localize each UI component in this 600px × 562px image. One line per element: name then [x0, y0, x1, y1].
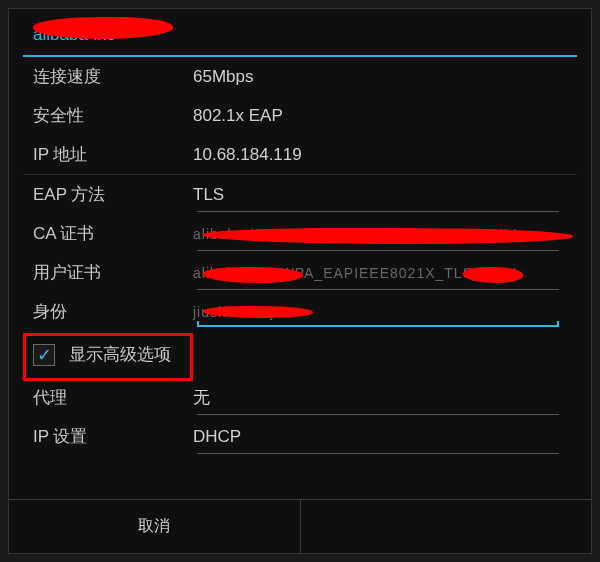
ip-label: IP 地址: [23, 143, 183, 166]
link-speed-row: 连接速度 65Mbps: [23, 57, 577, 96]
ip-value: 10.68.184.119: [183, 145, 577, 165]
dialog-title-area: alibaba-inc: [9, 9, 591, 55]
eap-method-value: TLS: [183, 185, 577, 205]
show-advanced-checkbox[interactable]: ✓: [33, 344, 55, 366]
user-cert-row[interactable]: 用户证书 alibaba-inc_WPA_EAPIEEE8021X_TLS_NU…: [23, 253, 577, 292]
ip-row: IP 地址 10.68.184.119: [23, 135, 577, 174]
eap-method-row[interactable]: EAP 方法 TLS: [23, 175, 577, 214]
proxy-row[interactable]: 代理 无: [23, 378, 577, 417]
save-button[interactable]: [301, 500, 592, 553]
link-speed-value: 65Mbps: [183, 67, 577, 87]
dropdown-underline: [197, 453, 559, 454]
ip-settings-label: IP 设置: [23, 425, 183, 448]
dialog-button-bar: 取消: [9, 499, 591, 553]
user-cert-label: 用户证书: [23, 261, 183, 284]
show-advanced-label: 显示高级选项: [69, 343, 171, 366]
proxy-label: 代理: [23, 386, 183, 409]
dropdown-underline: [197, 414, 559, 415]
show-advanced-row[interactable]: ✓ 显示高级选项: [9, 331, 591, 378]
input-underline: [197, 325, 559, 327]
security-value: 802.1x EAP: [183, 106, 577, 126]
dropdown-underline: [197, 211, 559, 212]
cancel-button[interactable]: 取消: [9, 500, 300, 553]
check-icon: ✓: [37, 346, 52, 364]
dropdown-underline: [197, 250, 559, 251]
ip-settings-value: DHCP: [183, 427, 577, 447]
wifi-settings-dialog: alibaba-inc 连接速度 65Mbps 安全性 802.1x EAP I…: [8, 8, 592, 554]
dropdown-underline: [197, 289, 559, 290]
ca-cert-label: CA 证书: [23, 222, 183, 245]
identity-row[interactable]: 身份 jiushuai.xujs: [23, 292, 577, 331]
ca-cert-row[interactable]: CA 证书 alibaba-inc_WPA_EAPIEEE8021X_TLS_N…: [23, 214, 577, 253]
eap-method-label: EAP 方法: [23, 183, 183, 206]
ip-settings-row[interactable]: IP 设置 DHCP: [23, 417, 577, 456]
link-speed-label: 连接速度: [23, 65, 183, 88]
security-label: 安全性: [23, 104, 183, 127]
security-row: 安全性 802.1x EAP: [23, 96, 577, 135]
proxy-value: 无: [183, 386, 577, 409]
identity-label: 身份: [23, 300, 183, 323]
